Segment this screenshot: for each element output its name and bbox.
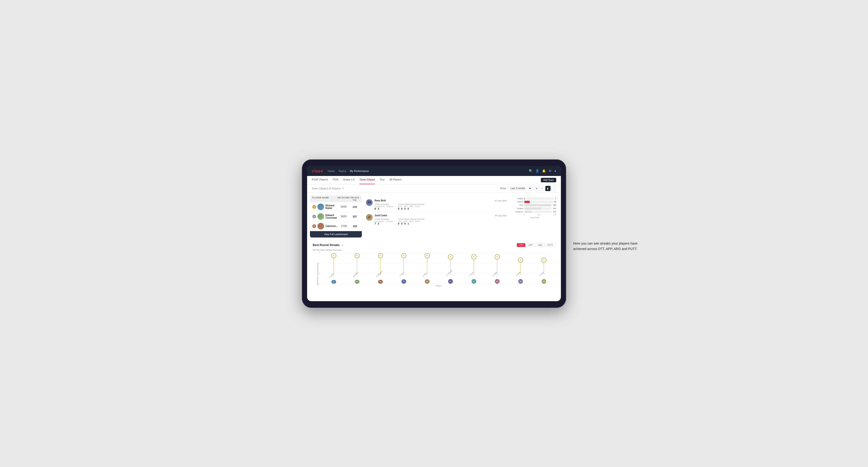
bar-fill-birdies (524, 201, 530, 203)
view-detail-button[interactable]: ⋮ (551, 186, 556, 191)
x-axis-players-label: Players (322, 285, 555, 287)
streak-bubble-5: 4x (448, 254, 453, 259)
bar-label-pars: Pars (513, 204, 523, 206)
player-name-3: Cameron... (326, 225, 338, 227)
filter-arg-button[interactable]: ARG (536, 243, 545, 247)
tab-pgat-players[interactable]: PGAT Players (312, 176, 328, 184)
avatar-2: EC (317, 213, 324, 220)
view-icons: ⊞ ≡ ◧ ⋮ (534, 186, 556, 191)
col-pb-score: PB SCORE (337, 196, 350, 201)
card-date-josh: 26 Aug 2023 (495, 214, 507, 217)
view-card-button[interactable]: ◧ (545, 186, 551, 191)
annotation-box: Here you can see streaks your players ha… (573, 241, 639, 251)
bar-fill-bogeys (524, 207, 541, 210)
ott-val-rees: 0 (398, 208, 399, 210)
nav-home[interactable]: Home (328, 168, 335, 173)
streak-bubble-8: 3x (518, 257, 523, 263)
user-icon[interactable]: 👤 (535, 169, 539, 173)
add-team-button[interactable]: Add Team (541, 178, 556, 182)
avatar[interactable]: ● (554, 169, 556, 173)
player-row-3[interactable]: 3 CM Cameron... 17/20 103 (310, 221, 362, 231)
bar-val-dbogeys: 131 (553, 211, 556, 213)
streak-avatar-1: BM (355, 280, 360, 284)
x-label-200: 200 (537, 214, 540, 216)
tab-all-players[interactable]: All Players (390, 176, 402, 184)
settings-icon[interactable]: ⚙ (549, 169, 552, 173)
player-score-1: 19/20 (337, 206, 350, 208)
bar-fill-eagles (524, 197, 525, 200)
rounds-values-josh: 7 2 (375, 222, 393, 225)
player-score-2: 18/20 (337, 215, 350, 218)
search-icon[interactable]: 🔍 (529, 169, 533, 173)
show-label: Show (500, 187, 506, 190)
arg-val-rees: 0 (404, 208, 406, 210)
team-title: Team Clippd | 14 Players (312, 187, 341, 190)
tab-team-clippd[interactable]: Team Clippd (360, 176, 375, 184)
bar-label-dbogeys: D.Bogeys+ (513, 211, 523, 213)
card-date-rees: 02 Sep 2023 (495, 199, 507, 202)
filter-ott-button[interactable]: OTT (517, 243, 525, 247)
edit-icon[interactable]: ✎ (342, 187, 344, 190)
rank-badge-2: 2 (312, 215, 316, 218)
three-panels: PLAYER NAME PB SCORE PB AVG SQ 1 RB Rich… (307, 193, 561, 240)
ott-val-josh: 0 (398, 222, 399, 225)
player-score-3: 17/20 (338, 225, 350, 227)
player-row-2[interactable]: 2 EC Edward Crossman 18/20 107 (310, 212, 362, 221)
chart-x-label: Total Shots (513, 217, 556, 219)
player-row-1[interactable]: 1 RB Richard Butler 19/20 110 (310, 202, 362, 212)
chart-body: 0 2 4 6 7x E. Ebert EE 6x B. McHerg BM (322, 253, 555, 295)
card-avatar-rees: RB (366, 199, 373, 206)
bar-label-eagles: Eagles (513, 197, 523, 199)
score-chart-panel: Eagles 3 Birdies 96 (511, 195, 558, 238)
streaks-header: Best Round Streaks ← OTT APP ARG PUTT (313, 243, 555, 247)
rounds-values: 8 4 (375, 208, 393, 210)
player-avg-3: 103 (350, 225, 360, 228)
player-card-rees[interactable]: RB Rees Britt 02 Sep 2023 Total Rounds (366, 197, 507, 212)
streak-bubble-4: 5x (425, 253, 430, 258)
filter-putt-button[interactable]: PUTT (546, 243, 555, 247)
arg-val-josh: 0 (404, 222, 406, 225)
player-name-1: Richard Butler (326, 204, 337, 210)
streak-player-0: 7x E. Ebert EE (322, 253, 345, 284)
activities-values-rees: 0 0 0 0 (398, 208, 425, 210)
annotation-text: Here you can see streaks your players ha… (573, 242, 638, 250)
filter-app-button[interactable]: APP (526, 243, 535, 247)
tab-pga[interactable]: PGA (333, 176, 338, 184)
streak-bubble-9: 3x (541, 257, 547, 263)
streak-avatar-3: JC (401, 279, 406, 284)
view-leaderboard-button[interactable]: View Full Leaderboard (310, 231, 362, 238)
player-name-2: Edward Crossman (326, 214, 337, 219)
streak-chart: Best Streak, Fairway Accuracy 0 2 4 6 (313, 253, 555, 295)
logo: clippd (312, 169, 323, 173)
bell-icon[interactable]: 🔔 (542, 169, 546, 173)
tab-hcaps[interactable]: Hcaps 1-5 (343, 176, 355, 184)
nav-teams[interactable]: Teams (338, 168, 346, 173)
player-card-josh[interactable]: JC Josh Coles 26 Aug 2023 Total Rounds (366, 212, 507, 227)
player-avg-1: 110 (350, 206, 360, 208)
bar-dbogeys: D.Bogeys+ 131 (513, 211, 556, 213)
bar-pars: Pars 499 (513, 204, 556, 206)
nav-bar: clippd Home Teams My Performance 🔍 👤 🔔 ⚙… (307, 166, 561, 176)
bar-chart: Eagles 3 Birdies 96 (513, 197, 556, 219)
streaks-title: Best Round Streaks (313, 243, 340, 247)
streak-player-8: 3x R. Butler RB (509, 253, 532, 284)
card-info-josh: Josh Coles 26 Aug 2023 Total Rounds Tour… (375, 214, 507, 225)
nav-my-performance[interactable]: My Performance (350, 168, 369, 173)
putt-val-rees: 0 (408, 208, 409, 210)
streak-bubble-2: 6x (378, 253, 383, 258)
streak-player-7: 4x M. Miller MM (486, 253, 508, 284)
bar-fill-pars (524, 204, 552, 206)
rank-badge-1: 1 (312, 205, 316, 209)
streak-player-5: 4x E. Crossman EC (439, 253, 462, 284)
view-list-button[interactable]: ≡ (540, 186, 545, 191)
period-select[interactable]: Last 3 months Last 6 months Last 12 mont… (508, 186, 532, 191)
tab-tour[interactable]: Tour (379, 176, 384, 184)
bar-val-birdies: 96 (554, 201, 556, 203)
card-info-rees: Rees Britt 02 Sep 2023 Total Rounds Tour… (375, 199, 507, 210)
bar-track-birdies (524, 201, 553, 203)
streak-avatar-0: EE (331, 280, 336, 283)
view-grid-button[interactable]: ⊞ (534, 186, 539, 191)
bar-track-pars (524, 204, 552, 206)
tournament-val-josh: 7 (375, 222, 376, 225)
card-avatar-josh: JC (366, 214, 373, 221)
